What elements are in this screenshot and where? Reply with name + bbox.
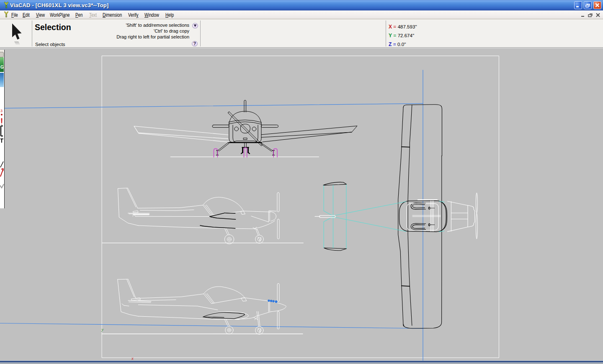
- svg-text:x: x: [131, 356, 134, 361]
- svg-text:3: 3: [0, 109, 3, 113]
- svg-text:y: y: [101, 327, 104, 332]
